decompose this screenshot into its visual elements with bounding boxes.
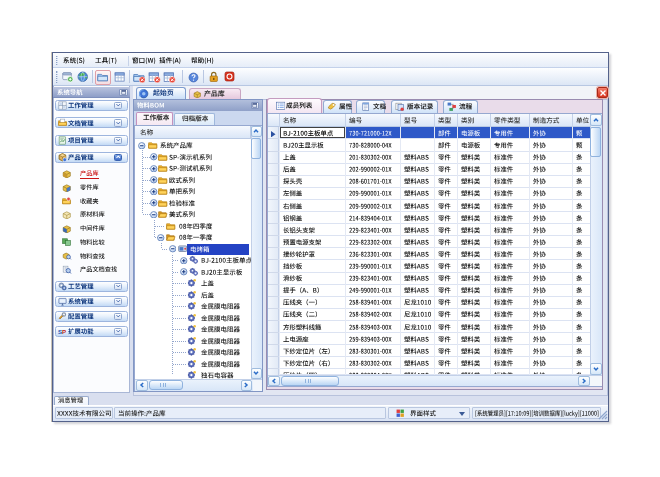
svg-text:P: P	[61, 328, 65, 335]
